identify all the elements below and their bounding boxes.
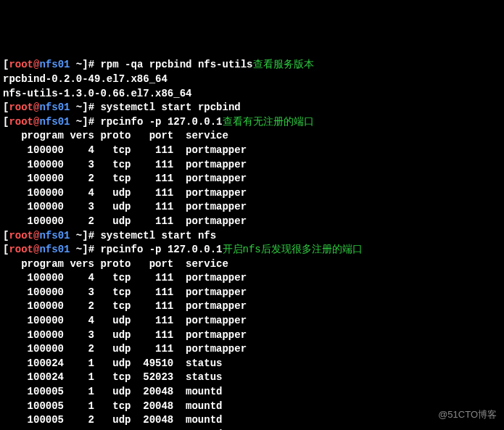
- prompt-hash: #: [88, 115, 101, 130]
- prompt-at: @: [33, 243, 39, 257]
- bracket-close: ]: [82, 229, 88, 244]
- rpcinfo-header: program vers proto port service: [3, 257, 501, 272]
- prompt-host: nfs01: [39, 243, 70, 257]
- prompt-host: nfs01: [39, 58, 70, 73]
- rpcinfo-row: 100000 3 udp 111 portmapper: [3, 200, 501, 215]
- rpcinfo-header: program vers proto port service: [3, 129, 501, 144]
- rpcinfo-row: 100000 4 udp 111 portmapper: [3, 186, 501, 201]
- prompt-line[interactable]: [root@nfs01 ~]# rpcinfo -p 127.0.0.1开启nf…: [3, 243, 501, 257]
- watermark-text: @51CTO博客: [438, 408, 497, 421]
- rpcinfo-row: 100000 2 udp 111 portmapper: [3, 342, 501, 357]
- prompt-hash: #: [88, 101, 101, 115]
- rpcinfo-row: 100000 2 tcp 111 portmapper: [3, 299, 501, 314]
- prompt-host: nfs01: [39, 101, 70, 115]
- prompt-host: nfs01: [39, 115, 70, 130]
- prompt-hash: #: [88, 58, 101, 73]
- bracket-close: ]: [82, 58, 88, 73]
- prompt-at: @: [33, 229, 39, 244]
- prompt-path: ~: [70, 58, 82, 73]
- rpcinfo-row: 100005 2 udp 20048 mountd: [3, 413, 501, 428]
- bracket-open: [: [3, 243, 9, 257]
- prompt-at: @: [33, 115, 39, 130]
- bracket-open: [: [3, 115, 9, 130]
- prompt-line[interactable]: [root@nfs01 ~]# systemctl start rpcbind: [3, 101, 501, 115]
- rpcinfo-row: 100005 1 tcp 20048 mountd: [3, 400, 501, 414]
- prompt-user: root: [9, 229, 33, 244]
- rpcinfo-row: 100024 1 udp 49510 status: [3, 357, 501, 371]
- prompt-host: nfs01: [39, 229, 70, 244]
- rpcinfo-row: 100005 1 udp 20048 mountd: [3, 385, 501, 400]
- prompt-line[interactable]: [root@nfs01 ~]# rpm -qa rpcbind nfs-util…: [3, 58, 501, 73]
- rpcinfo-row: 100000 4 udp 111 portmapper: [3, 314, 501, 328]
- rpcinfo-row: 100024 1 tcp 52023 status: [3, 371, 501, 385]
- bracket-close: ]: [82, 115, 88, 130]
- annotation-text: 查看服务版本: [253, 58, 314, 73]
- terminal-output: [root@nfs01 ~]# rpm -qa rpcbind nfs-util…: [3, 58, 501, 430]
- bracket-open: [: [3, 101, 9, 115]
- prompt-line[interactable]: [root@nfs01 ~]# systemctl start nfs: [3, 229, 501, 244]
- command-text: rpm -qa rpcbind nfs-utils: [100, 58, 252, 73]
- command-text: rpcinfo -p 127.0.0.1: [100, 115, 222, 130]
- rpm-output-line: nfs-utils-1.3.0-0.66.el7.x86_64: [3, 87, 501, 102]
- rpcinfo-row: 100000 2 udp 111 portmapper: [3, 215, 501, 229]
- prompt-user: root: [9, 115, 33, 130]
- bracket-close: ]: [82, 243, 88, 257]
- command-text: rpcinfo -p 127.0.0.1: [100, 243, 222, 257]
- prompt-path: ~: [70, 229, 82, 244]
- prompt-path: ~: [70, 243, 82, 257]
- rpcinfo-row: 100000 2 tcp 111 portmapper: [3, 172, 501, 186]
- prompt-path: ~: [70, 115, 82, 130]
- prompt-user: root: [9, 243, 33, 257]
- prompt-user: root: [9, 58, 33, 73]
- annotation-text: 查看有无注册的端口: [223, 115, 314, 130]
- annotation-text: 开启nfs后发现很多注册的端口: [223, 243, 363, 257]
- rpcinfo-row: 100000 4 tcp 111 portmapper: [3, 144, 501, 158]
- prompt-hash: #: [88, 243, 101, 257]
- prompt-at: @: [33, 58, 39, 73]
- prompt-user: root: [9, 101, 33, 115]
- command-text: systemctl start nfs: [100, 229, 216, 244]
- prompt-at: @: [33, 101, 39, 115]
- rpcinfo-row: 100000 3 tcp 111 portmapper: [3, 158, 501, 173]
- rpcinfo-row: 100000 4 tcp 111 portmapper: [3, 271, 501, 286]
- prompt-hash: #: [88, 229, 101, 244]
- bracket-close: ]: [82, 101, 88, 115]
- bracket-open: [: [3, 229, 9, 244]
- prompt-path: ~: [70, 101, 82, 115]
- bracket-open: [: [3, 58, 9, 73]
- rpcinfo-row: 100000 3 udp 111 portmapper: [3, 328, 501, 343]
- command-text: systemctl start rpcbind: [100, 101, 240, 115]
- prompt-line[interactable]: [root@nfs01 ~]# rpcinfo -p 127.0.0.1查看有无…: [3, 115, 501, 130]
- rpcinfo-row: 100000 3 tcp 111 portmapper: [3, 286, 501, 300]
- rpm-output-line: rpcbind-0.2.0-49.el7.x86_64: [3, 73, 501, 87]
